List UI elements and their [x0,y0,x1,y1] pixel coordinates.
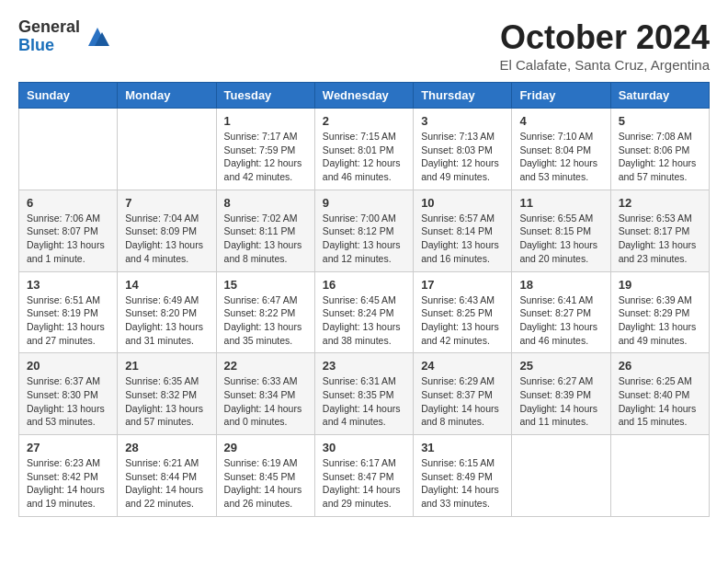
calendar-cell: 20Sunrise: 6:37 AM Sunset: 8:30 PM Dayli… [19,353,118,435]
week-row-5: 27Sunrise: 6:23 AM Sunset: 8:42 PM Dayli… [19,435,710,517]
calendar-cell: 9Sunrise: 7:00 AM Sunset: 8:12 PM Daylig… [314,190,413,271]
calendar-cell [19,109,118,190]
day-info: Sunrise: 6:55 AM Sunset: 8:15 PM Dayligh… [519,212,602,266]
calendar-cell: 12Sunrise: 6:53 AM Sunset: 8:17 PM Dayli… [610,190,709,271]
day-number: 16 [323,278,405,292]
logo-general: General [18,18,80,37]
calendar-cell: 18Sunrise: 6:41 AM Sunset: 8:27 PM Dayli… [512,271,610,353]
logo: General Blue [18,18,111,55]
day-number: 3 [421,114,504,128]
calendar-cell: 4Sunrise: 7:10 AM Sunset: 8:04 PM Daylig… [512,109,610,190]
calendar-cell: 7Sunrise: 7:04 AM Sunset: 8:09 PM Daylig… [118,190,216,271]
day-number: 7 [125,196,208,210]
day-number: 23 [323,359,405,373]
calendar-cell: 2Sunrise: 7:15 AM Sunset: 8:01 PM Daylig… [314,109,413,190]
calendar-cell: 11Sunrise: 6:55 AM Sunset: 8:15 PM Dayli… [512,190,610,271]
calendar-cell: 19Sunrise: 6:39 AM Sunset: 8:29 PM Dayli… [610,271,709,353]
day-number: 30 [323,441,405,454]
day-number: 4 [519,114,602,128]
day-number: 1 [224,114,307,128]
day-number: 2 [323,114,405,128]
day-info: Sunrise: 6:53 AM Sunset: 8:17 PM Dayligh… [619,212,701,266]
day-number: 22 [224,359,307,373]
day-info: Sunrise: 6:31 AM Sunset: 8:35 PM Dayligh… [323,374,405,429]
calendar-cell: 5Sunrise: 7:08 AM Sunset: 8:06 PM Daylig… [610,109,709,190]
calendar-cell: 8Sunrise: 7:02 AM Sunset: 8:11 PM Daylig… [216,190,314,271]
col-header-wednesday: Wednesday [314,83,413,109]
calendar-cell: 22Sunrise: 6:33 AM Sunset: 8:34 PM Dayli… [216,353,314,435]
col-header-sunday: Sunday [19,83,118,109]
day-info: Sunrise: 6:37 AM Sunset: 8:30 PM Dayligh… [27,374,109,429]
day-info: Sunrise: 7:06 AM Sunset: 8:07 PM Dayligh… [27,212,109,266]
calendar-cell [118,109,216,190]
calendar-cell: 31Sunrise: 6:15 AM Sunset: 8:49 PM Dayli… [414,435,512,517]
day-number: 15 [224,278,307,292]
calendar-cell: 3Sunrise: 7:13 AM Sunset: 8:03 PM Daylig… [414,109,512,190]
day-info: Sunrise: 7:15 AM Sunset: 8:01 PM Dayligh… [323,130,405,184]
day-info: Sunrise: 7:00 AM Sunset: 8:12 PM Dayligh… [323,212,405,266]
day-info: Sunrise: 7:04 AM Sunset: 8:09 PM Dayligh… [125,212,208,266]
day-number: 19 [619,278,701,292]
col-header-tuesday: Tuesday [216,83,314,109]
day-number: 20 [27,359,109,373]
day-info: Sunrise: 6:47 AM Sunset: 8:22 PM Dayligh… [224,293,307,348]
calendar-cell: 23Sunrise: 6:31 AM Sunset: 8:35 PM Dayli… [314,353,413,435]
day-number: 21 [125,359,208,373]
calendar-cell: 24Sunrise: 6:29 AM Sunset: 8:37 PM Dayli… [414,353,512,435]
col-header-thursday: Thursday [414,83,512,109]
logo-icon [84,23,111,51]
calendar-cell: 10Sunrise: 6:57 AM Sunset: 8:14 PM Dayli… [414,190,512,271]
day-number: 10 [421,196,504,210]
day-number: 14 [125,278,208,292]
calendar-cell: 21Sunrise: 6:35 AM Sunset: 8:32 PM Dayli… [118,353,216,435]
calendar-cell: 26Sunrise: 6:25 AM Sunset: 8:40 PM Dayli… [610,353,709,435]
week-row-1: 1Sunrise: 7:17 AM Sunset: 7:59 PM Daylig… [19,109,710,190]
day-info: Sunrise: 6:19 AM Sunset: 8:45 PM Dayligh… [224,456,307,511]
col-header-monday: Monday [118,83,216,109]
day-number: 11 [519,196,602,210]
day-info: Sunrise: 6:35 AM Sunset: 8:32 PM Dayligh… [125,374,208,429]
calendar-cell: 29Sunrise: 6:19 AM Sunset: 8:45 PM Dayli… [216,435,314,517]
day-info: Sunrise: 6:21 AM Sunset: 8:44 PM Dayligh… [125,456,208,511]
day-info: Sunrise: 7:08 AM Sunset: 8:06 PM Dayligh… [619,130,701,184]
day-info: Sunrise: 6:49 AM Sunset: 8:20 PM Dayligh… [125,293,208,348]
title-block: October 2024 El Calafate, Santa Cruz, Ar… [500,18,710,73]
day-number: 9 [323,196,405,210]
day-number: 17 [421,278,504,292]
calendar-cell: 13Sunrise: 6:51 AM Sunset: 8:19 PM Dayli… [19,271,118,353]
calendar-cell: 1Sunrise: 7:17 AM Sunset: 7:59 PM Daylig… [216,109,314,190]
day-number: 28 [125,441,208,454]
calendar-table: SundayMondayTuesdayWednesdayThursdayFrid… [18,82,710,517]
day-info: Sunrise: 6:45 AM Sunset: 8:24 PM Dayligh… [323,293,405,348]
calendar-cell [512,435,610,517]
day-number: 5 [619,114,701,128]
calendar-cell: 15Sunrise: 6:47 AM Sunset: 8:22 PM Dayli… [216,271,314,353]
day-number: 29 [224,441,307,454]
day-info: Sunrise: 6:39 AM Sunset: 8:29 PM Dayligh… [619,293,701,348]
day-number: 13 [27,278,109,292]
day-number: 18 [519,278,602,292]
day-info: Sunrise: 7:13 AM Sunset: 8:03 PM Dayligh… [421,130,504,184]
day-info: Sunrise: 6:17 AM Sunset: 8:47 PM Dayligh… [323,456,405,511]
calendar-cell: 17Sunrise: 6:43 AM Sunset: 8:25 PM Dayli… [414,271,512,353]
day-info: Sunrise: 6:33 AM Sunset: 8:34 PM Dayligh… [224,374,307,429]
day-number: 25 [519,359,602,373]
week-row-4: 20Sunrise: 6:37 AM Sunset: 8:30 PM Dayli… [19,353,710,435]
day-info: Sunrise: 6:51 AM Sunset: 8:19 PM Dayligh… [27,293,109,348]
calendar-cell: 6Sunrise: 7:06 AM Sunset: 8:07 PM Daylig… [19,190,118,271]
week-row-2: 6Sunrise: 7:06 AM Sunset: 8:07 PM Daylig… [19,190,710,271]
calendar-cell: 16Sunrise: 6:45 AM Sunset: 8:24 PM Dayli… [314,271,413,353]
day-info: Sunrise: 6:43 AM Sunset: 8:25 PM Dayligh… [421,293,504,348]
calendar-cell [610,435,709,517]
day-number: 27 [27,441,109,454]
day-info: Sunrise: 7:02 AM Sunset: 8:11 PM Dayligh… [224,212,307,266]
calendar-cell: 28Sunrise: 6:21 AM Sunset: 8:44 PM Dayli… [118,435,216,517]
week-row-3: 13Sunrise: 6:51 AM Sunset: 8:19 PM Dayli… [19,271,710,353]
location-subtitle: El Calafate, Santa Cruz, Argentina [500,57,710,73]
day-number: 26 [619,359,701,373]
calendar-cell: 14Sunrise: 6:49 AM Sunset: 8:20 PM Dayli… [118,271,216,353]
day-info: Sunrise: 7:17 AM Sunset: 7:59 PM Dayligh… [224,130,307,184]
day-info: Sunrise: 6:41 AM Sunset: 8:27 PM Dayligh… [519,293,602,348]
calendar-cell: 25Sunrise: 6:27 AM Sunset: 8:39 PM Dayli… [512,353,610,435]
calendar-cell: 27Sunrise: 6:23 AM Sunset: 8:42 PM Dayli… [19,435,118,517]
